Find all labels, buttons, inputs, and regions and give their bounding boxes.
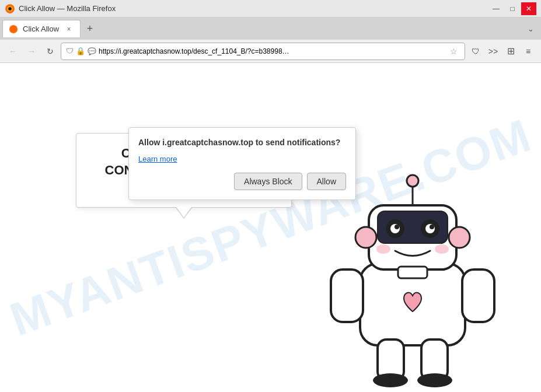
notification-title: Allow i.greatcaptchasnow.top to send not… bbox=[138, 137, 346, 149]
new-tab-button[interactable]: + bbox=[82, 20, 98, 37]
svg-point-11 bbox=[395, 225, 399, 229]
titlebar-controls: — □ ✕ bbox=[488, 2, 536, 15]
active-tab[interactable]: Click Allow × bbox=[2, 20, 81, 37]
menu-button[interactable]: ≡ bbox=[520, 43, 536, 60]
window-title: Click Allow — Mozilla Firefox bbox=[19, 4, 116, 13]
svg-point-17 bbox=[355, 227, 376, 248]
titlebar-left: Click Allow — Mozilla Firefox bbox=[5, 4, 116, 14]
navbar-right: 🛡 >> ⊞ ≡ bbox=[467, 43, 536, 60]
svg-point-3 bbox=[9, 25, 18, 33]
shield-icon: 🛡 bbox=[66, 47, 74, 55]
allow-button[interactable]: Allow bbox=[307, 173, 346, 190]
notification-popup: Allow i.greatcaptchasnow.top to send not… bbox=[128, 127, 356, 200]
svg-point-16 bbox=[407, 175, 418, 187]
url-display: https://i.greatcaptchasnow.top/desc_cf_1… bbox=[99, 47, 289, 55]
svg-point-2 bbox=[8, 7, 12, 10]
svg-point-13 bbox=[376, 244, 390, 254]
tab-favicon-icon bbox=[9, 24, 18, 34]
address-icons: 🛡 🔒 💬 bbox=[66, 47, 96, 55]
address-bar[interactable]: 🛡 🔒 💬 https://i.greatcaptchasnow.top/des… bbox=[61, 43, 465, 60]
tabbar: Click Allow × + ⌄ bbox=[0, 18, 541, 40]
svg-rect-20 bbox=[331, 270, 363, 322]
tab-overflow-button[interactable]: ⌄ bbox=[522, 20, 539, 37]
always-block-button[interactable]: Always Block bbox=[234, 173, 302, 190]
titlebar: Click Allow — Mozilla Firefox — □ ✕ bbox=[0, 0, 541, 18]
tab-title: Click Allow bbox=[23, 24, 59, 33]
lock-icon: 🔒 bbox=[76, 47, 85, 55]
learn-more-link[interactable]: Learn more bbox=[138, 155, 177, 163]
extensions-button[interactable]: ⊞ bbox=[502, 43, 519, 60]
tab-close-button[interactable]: × bbox=[64, 24, 74, 34]
firefox-logo-icon bbox=[5, 4, 15, 14]
svg-point-14 bbox=[435, 244, 449, 254]
back-button[interactable]: ← bbox=[5, 43, 21, 60]
page-content: MYANTISPYWARE.COM Allow i.greatcaptchasn… bbox=[0, 63, 541, 392]
maximize-button[interactable]: □ bbox=[505, 2, 520, 15]
svg-rect-21 bbox=[462, 270, 494, 322]
notification-icon: 💬 bbox=[88, 47, 96, 55]
shield-button[interactable]: 🛡 bbox=[467, 43, 484, 60]
svg-rect-19 bbox=[398, 267, 427, 278]
svg-point-25 bbox=[417, 373, 452, 387]
address-text: https://i.greatcaptchasnow.top/desc_cf_1… bbox=[99, 47, 445, 55]
minimize-button[interactable]: — bbox=[488, 2, 504, 15]
notification-buttons: Always Block Allow bbox=[138, 173, 346, 190]
bookmark-button[interactable]: ☆ bbox=[447, 45, 460, 58]
extensions-more-button[interactable]: >> bbox=[485, 43, 501, 60]
close-button[interactable]: ✕ bbox=[521, 2, 536, 15]
svg-point-18 bbox=[449, 227, 470, 248]
forward-button[interactable]: → bbox=[23, 43, 40, 60]
svg-point-12 bbox=[430, 225, 434, 229]
svg-point-24 bbox=[373, 373, 408, 387]
navbar: ← → ↻ 🛡 🔒 💬 https://i.greatcaptchasnow.t… bbox=[0, 40, 541, 63]
reload-button[interactable]: ↻ bbox=[42, 43, 58, 60]
